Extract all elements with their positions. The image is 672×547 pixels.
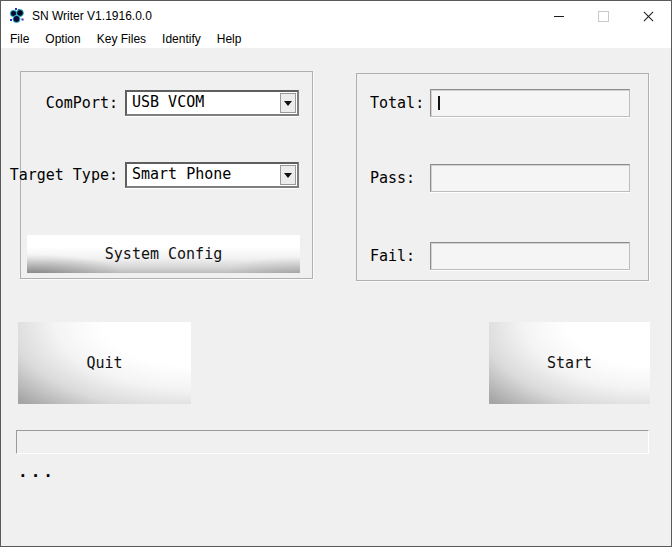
total-label: Total: [370,89,424,117]
app-icon [9,8,25,24]
target-type-value: Smart Phone [132,164,277,185]
fail-label: Fail: [370,242,415,270]
minimize-button[interactable] [536,1,581,31]
target-type-dropdown-button[interactable] [280,165,296,185]
menu-item-option[interactable]: Option [37,31,88,48]
quit-button[interactable]: Quit [18,322,191,404]
target-type-select[interactable]: Smart Phone [125,162,299,188]
menu-item-key-files[interactable]: Key Files [89,31,154,48]
app-window: SN Writer V1.1916.0.0 File Option Key Fi… [0,0,672,547]
progress-bar [16,430,649,454]
fail-field[interactable] [430,242,630,270]
comport-dropdown-button[interactable] [280,93,296,113]
titlebar[interactable]: SN Writer V1.1916.0.0 [1,1,671,31]
chevron-down-icon [284,173,292,178]
total-field[interactable] [430,89,630,117]
minimize-icon [554,16,564,17]
comport-label: ComPort: [46,90,118,116]
counters-groupbox: Total: Pass: Fail: [356,73,649,281]
pass-label: Pass: [370,164,415,192]
menubar: File Option Key Files Identify Help [1,31,671,48]
maximize-button[interactable] [581,1,626,31]
close-button[interactable] [626,1,671,31]
status-message: ... [18,462,56,481]
config-groupbox: ComPort: USB VCOM Target Type: Smart Pho… [20,71,313,279]
close-icon [642,10,655,23]
comport-value: USB VCOM [132,92,277,113]
target-type-label: Target Type: [10,162,118,188]
menu-item-file[interactable]: File [2,31,37,48]
system-config-button[interactable]: System Config [27,235,300,273]
chevron-down-icon [284,101,292,106]
maximize-icon [598,11,609,22]
menu-item-identify[interactable]: Identify [154,31,209,48]
start-button[interactable]: Start [489,322,650,404]
menu-item-help[interactable]: Help [209,31,250,48]
pass-field[interactable] [430,164,630,192]
text-caret [438,96,440,110]
comport-select[interactable]: USB VCOM [125,90,299,116]
caption-buttons [536,1,671,31]
window-title: SN Writer V1.1916.0.0 [32,9,152,23]
